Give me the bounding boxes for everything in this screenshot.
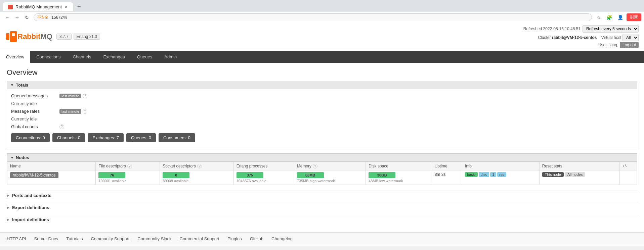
socket-desc-help[interactable]: ? [197,164,202,168]
forward-button[interactable]: → [13,14,22,21]
browser-refresh-button[interactable]: 刷新 [627,13,641,21]
bookmark-star-button[interactable]: ☆ [595,13,603,21]
footer-link-changelog[interactable]: Changelog [271,236,293,241]
currently-idle-2-row: Currently idle [11,116,633,121]
user-label: User [598,43,607,47]
footer-link-github[interactable]: GitHub [250,236,263,241]
nav-item-overview[interactable]: Overview [0,51,30,63]
message-rates-help[interactable]: ? [83,109,87,114]
message-rates-badge: last minute [59,109,81,114]
totals-section-header[interactable]: ▼ Totals [7,81,637,89]
url-text: :15672/#/ [50,15,67,20]
virtual-host-select[interactable]: All [622,34,639,41]
nav-item-connections[interactable]: Connections [30,51,67,63]
main-content: Overview ▼ Totals Queued messages last m… [0,63,644,232]
socket-descriptors-cell: 0 89908 available [160,170,233,185]
col-plusminus[interactable]: +/- [619,162,637,170]
nav-item-admin[interactable]: Admin [158,51,183,63]
nav-item-queues[interactable]: Queues [131,51,159,63]
app-header: RabbitMQ 3.7.7 Erlang 21.0 Refreshed 202… [0,22,644,51]
col-erlang-processes: Erlang processes [233,162,294,170]
footer-link-http-api[interactable]: HTTP API [7,236,26,241]
memory-bar: 66MB [297,172,324,178]
queued-messages-label: Queued messages [11,93,58,98]
back-button[interactable]: ← [3,14,11,21]
export-section-header[interactable]: ▶ Export definitions [7,203,637,212]
header-right: Refreshed 2022-08-16 10:48:51 Refresh ev… [523,25,639,48]
tab-close-button[interactable]: ✕ [65,5,68,9]
totals-section-title: Totals [16,83,28,88]
message-rates-label: Message rates [11,109,58,114]
memory-help[interactable]: ? [313,164,317,168]
erlang-processes-bar: 375 [237,172,263,178]
app: RabbitMQ 3.7.7 Erlang 21.0 Refreshed 202… [0,22,644,246]
table-row: rabbit@VM-12-5-centos 76 100001 availabl… [7,170,637,185]
footer-link-community-support[interactable]: Community Support [91,236,129,241]
erlang-processes-sub: 1048576 available [237,179,291,183]
currently-idle-1: Currently idle [11,101,37,106]
all-nodes-button[interactable]: All nodes [565,172,585,177]
ports-collapse-arrow: ▶ [7,194,9,197]
logout-button[interactable]: Log out [620,42,639,48]
footer-link-plugins[interactable]: Plugins [227,236,242,241]
user-info: User long Log out [523,42,639,48]
queued-messages-badge: last minute [59,94,81,98]
reset-stats-cell: This node All nodes [539,170,619,185]
queues-count-button[interactable]: Queues: 0 [126,133,156,142]
profile-button[interactable]: 👤 [615,13,625,21]
col-memory: Memory ? [294,162,366,170]
currently-idle-1-row: Currently idle [11,101,633,106]
queued-messages-help[interactable]: ? [83,94,87,98]
refreshed-label: Refreshed 2022-08-16 10:48:51 [523,27,581,31]
this-node-button[interactable]: This node [542,172,564,177]
active-tab[interactable]: RabbitMQ Management ✕ [3,2,73,11]
nav-buttons: ← → ↻ [3,14,31,21]
connections-count-button[interactable]: Connections: 0 [11,133,50,142]
col-socket-descriptors: Socket descriptors ? [160,162,233,170]
footer-link-tutorials[interactable]: Tutorials [66,236,83,241]
memory-sub: 735MB high watermark [297,179,363,183]
erlang-processes-cell: 375 1048576 available [233,170,294,185]
import-section-title: Import definitions [12,217,49,222]
browser-actions: ☆ 🧩 👤 刷新 [595,13,641,21]
extensions-button[interactable]: 🧩 [604,13,614,21]
nodes-collapse-arrow: ▼ [10,156,14,159]
tag-1: 1 [490,172,496,177]
disk-space-sub: 48MB low watermark [369,179,429,183]
nav-item-exchanges[interactable]: Exchanges [97,51,131,63]
plusminus-toggle[interactable]: +/- [622,164,627,168]
cluster-info: Cluster rabbit@VM-12-5-centos Virtual ho… [523,34,639,41]
footer-link-community-slack[interactable]: Community Slack [137,236,171,241]
refresh-select[interactable]: Refresh every 5 seconds Every 10 seconds… [583,25,639,33]
channels-count-button[interactable]: Channels: 0 [52,133,85,142]
footer-link-commercial-support[interactable]: Commercial Support [180,236,220,241]
nodes-section-title: Nodes [16,155,29,160]
user-name: long [609,43,617,47]
ports-section: ▶ Ports and contexts [7,191,637,200]
logo-rabbit: Rabbit [17,32,40,41]
url-box[interactable]: 不安全 :15672/#/ [34,13,592,21]
file-desc-help[interactable]: ? [127,164,132,168]
reload-button[interactable]: ↻ [23,14,31,21]
svg-rect-2 [12,33,15,36]
queued-messages-row: Queued messages last minute ? [11,93,633,98]
import-section-header[interactable]: ▶ Import definitions [7,215,637,224]
exchanges-count-button[interactable]: Exchanges: 7 [88,133,124,142]
consumers-count-button[interactable]: Consumers: 0 [159,133,195,142]
uptime-value: 8m 3s [435,172,446,177]
erlang-badge: Erlang 21.0 [74,34,100,40]
ports-section-header[interactable]: ▶ Ports and contexts [7,191,637,200]
export-section: ▶ Export definitions [7,203,637,212]
file-descriptors-cell: 76 100001 available [96,170,160,185]
nodes-section-header[interactable]: ▼ Nodes [7,153,637,161]
logo: RabbitMQ [5,31,52,43]
tab-favicon [8,5,13,9]
global-counts-help[interactable]: ? [59,124,64,129]
new-tab-button[interactable]: + [75,2,84,12]
message-rates-row: Message rates last minute ? [11,109,633,114]
reset-stats-tags: This node All nodes [542,172,617,177]
nav-item-channels[interactable]: Channels [67,51,97,63]
footer-link-server-docs[interactable]: Server Docs [34,236,58,241]
virtual-host-label: Virtual host [601,35,621,40]
disk-space-bar: 36GB [369,172,395,178]
